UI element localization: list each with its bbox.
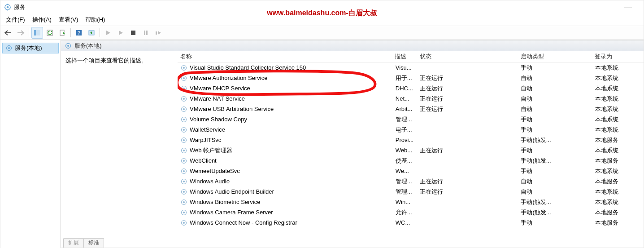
service-logon: 本地系统 (592, 64, 644, 72)
show-hide-tree-button[interactable] (31, 27, 43, 39)
stop-service-button[interactable] (127, 27, 139, 39)
col-name[interactable]: 名称 (178, 53, 392, 61)
svg-point-30 (183, 108, 185, 110)
col-status[interactable]: 状态 (417, 53, 518, 61)
service-row[interactable]: VMware USB Arbitration ServiceArbit...正在… (178, 104, 644, 114)
export-list-button[interactable] (57, 27, 68, 39)
service-logon: 本地系统 (592, 198, 644, 206)
forward-button[interactable] (15, 27, 26, 39)
service-gear-icon (180, 209, 187, 216)
service-desc: WC... (393, 219, 418, 226)
tab-extended[interactable]: 扩展 (63, 238, 84, 248)
service-row[interactable]: WarpJITSvcProvi...手动(触发...本地服务 (178, 135, 644, 145)
service-status: 正在运行 (417, 95, 518, 103)
svg-point-24 (183, 77, 185, 79)
tree-node-services-local[interactable]: 服务(本地) (2, 43, 59, 53)
menu-view[interactable]: 查看(V) (55, 16, 82, 24)
gear-icon (65, 42, 72, 49)
service-desc: 用于... (393, 74, 418, 82)
svg-text:?: ? (78, 30, 80, 35)
service-logon: 本地系统 (592, 146, 644, 155)
service-gear-icon (180, 126, 187, 133)
service-gear-icon (180, 199, 187, 206)
properties-button[interactable] (86, 27, 97, 39)
service-start: 手动 (518, 146, 592, 155)
menu-file[interactable]: 文件(F) (2, 16, 29, 24)
pause-service-button[interactable] (140, 27, 152, 39)
col-desc[interactable]: 描述 (392, 53, 417, 61)
col-start[interactable]: 启动类型 (518, 53, 592, 61)
services-app-icon (4, 4, 11, 11)
service-desc: Web... (393, 147, 418, 154)
service-gear-icon (180, 85, 187, 92)
service-gear-icon (180, 188, 187, 195)
svg-rect-15 (146, 31, 148, 35)
service-logon: 本地系统 (592, 105, 644, 113)
list-rows: Visual Studio Standard Collector Service… (178, 62, 644, 248)
back-button[interactable] (2, 27, 14, 39)
service-name: VMware USB Arbitration Service (190, 106, 274, 112)
col-logon[interactable]: 登录为 (592, 53, 644, 61)
service-gear-icon (180, 75, 187, 82)
service-start: 手动(触发... (518, 208, 592, 217)
service-name: Visual Studio Standard Collector Service… (190, 64, 306, 71)
service-name: WalletService (190, 126, 225, 133)
service-row[interactable]: VMware DHCP ServiceDHC...正在运行自动本地系统 (178, 83, 644, 93)
service-start: 手动 (518, 126, 592, 134)
menu-help[interactable]: 帮助(H) (82, 16, 109, 24)
help-button[interactable]: ? (73, 27, 85, 39)
svg-point-38 (183, 150, 185, 151)
service-name: Windows Connect Now - Config Registrar (190, 219, 297, 226)
service-row[interactable]: WemeetUpdateSvcWe...手动本地系统 (178, 166, 644, 176)
service-row[interactable]: WalletService电子...手动本地系统 (178, 124, 644, 135)
service-row[interactable]: WebClient使基...手动(触发...本地服务 (178, 155, 644, 166)
restart-service-button[interactable] (152, 27, 164, 39)
svg-point-48 (183, 201, 185, 203)
service-start: 自动 (518, 74, 592, 82)
stop-glyph-button[interactable] (115, 27, 126, 39)
service-status: 正在运行 (417, 146, 518, 155)
service-row[interactable]: Visual Studio Standard Collector Service… (178, 62, 644, 73)
start-service-button[interactable] (102, 27, 114, 39)
svg-point-32 (183, 119, 185, 120)
service-gear-icon (180, 64, 187, 71)
svg-point-34 (183, 129, 185, 131)
separator (100, 28, 100, 37)
service-row[interactable]: VMware Authorization Service用于...正在运行自动本… (178, 73, 644, 83)
service-row[interactable]: Web 帐户管理器Web...正在运行手动本地系统 (178, 145, 644, 155)
service-row[interactable]: Windows Connect Now - Config RegistrarWC… (178, 217, 644, 228)
tree-pane: 服务(本地) (0, 40, 61, 248)
service-desc: DHC... (393, 85, 418, 92)
service-status: 正在运行 (417, 188, 518, 196)
minimize-button[interactable]: — (621, 4, 635, 9)
window: www.baimeidashu.com-白眉大叔 服务 — 文件(F) 操作(A… (0, 0, 644, 248)
service-row[interactable]: Windows Audio Endpoint Builder管理...正在运行自… (178, 186, 644, 197)
service-desc: 使基... (393, 157, 418, 165)
tab-standard[interactable]: 标准 (83, 238, 104, 248)
service-row[interactable]: Windows Camera Frame Server允许...手动(触发...… (178, 207, 644, 217)
separator (70, 28, 71, 37)
service-start: 手动 (518, 219, 592, 227)
service-row[interactable]: VMware NAT ServiceNet...正在运行自动本地系统 (178, 93, 644, 104)
svg-rect-16 (156, 31, 157, 35)
service-start: 自动 (518, 84, 592, 93)
service-row[interactable]: Volume Shadow Copy管理...手动本地系统 (178, 114, 644, 124)
service-gear-icon (180, 147, 187, 154)
service-logon: 本地服务 (592, 219, 644, 227)
service-desc: 允许... (393, 208, 418, 217)
svg-rect-7 (36, 30, 40, 35)
service-start: 自动 (518, 177, 592, 186)
svg-point-50 (183, 212, 185, 213)
separator (29, 28, 29, 37)
refresh-button[interactable] (44, 27, 56, 39)
service-start: 手动(触发... (518, 136, 592, 144)
svg-point-40 (183, 160, 185, 162)
service-gear-icon (180, 116, 187, 123)
service-logon: 本地系统 (592, 126, 644, 134)
service-row[interactable]: Windows Biometric ServiceWin...手动(触发...本… (178, 197, 644, 207)
service-gear-icon (180, 137, 187, 144)
tree-node-label: 服务(本地) (15, 44, 42, 52)
menu-action[interactable]: 操作(A) (29, 16, 55, 24)
service-row[interactable]: Windows Audio管理...正在运行自动本地服务 (178, 176, 644, 186)
service-desc: Arbit... (393, 106, 418, 112)
